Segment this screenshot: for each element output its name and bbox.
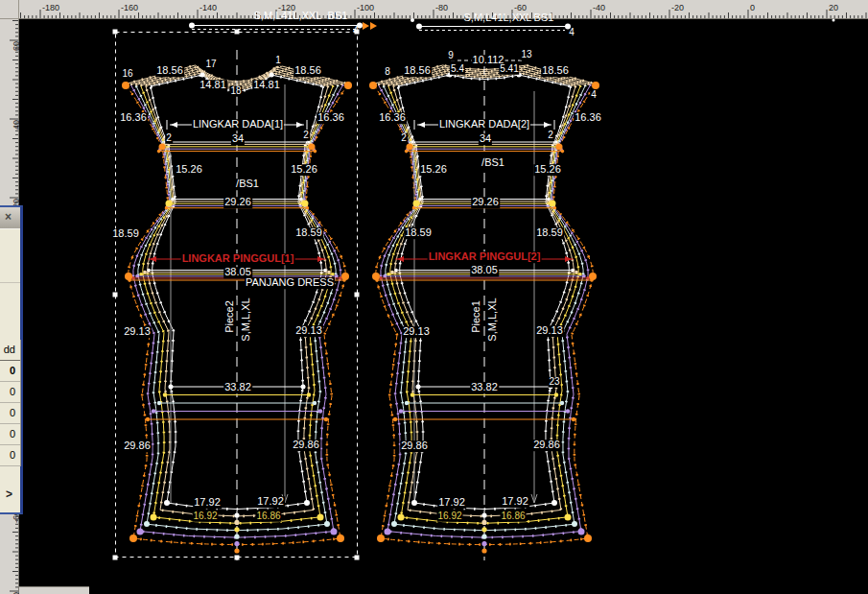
panel-separator [0,282,20,283]
selection-handle[interactable] [113,30,118,35]
side-panel[interactable]: × dd 0 0 0 0 0 > [0,205,23,514]
panel-value-grid: dd 0 0 0 0 0 [0,340,21,466]
piece-back-pattern[interactable] [369,24,599,561]
selection-handle[interactable] [113,556,118,560]
panel-value-cell[interactable]: 0 [0,424,20,445]
scrollbar-sliver [19,586,89,594]
selection-handle[interactable] [235,556,240,560]
panel-value-cell[interactable]: 0 [0,445,20,466]
panel-value-cell[interactable]: 0 [0,382,20,403]
selection-handle[interactable] [235,30,240,35]
close-icon[interactable]: × [5,210,12,224]
panel-column-header: dd [0,340,20,361]
selection-handle[interactable] [355,30,360,35]
selection-handle[interactable] [113,293,118,297]
pattern-canvas[interactable] [0,0,868,594]
selection-handle[interactable] [355,293,360,297]
selection-handle[interactable] [355,556,360,560]
piece-front-pattern[interactable] [113,22,378,560]
side-panel-titlebar[interactable]: × [0,207,20,229]
panel-value-cell[interactable]: 0 [0,361,20,382]
panel-expander-button[interactable]: > [6,487,12,501]
panel-value-cell[interactable]: 0 [0,403,20,424]
